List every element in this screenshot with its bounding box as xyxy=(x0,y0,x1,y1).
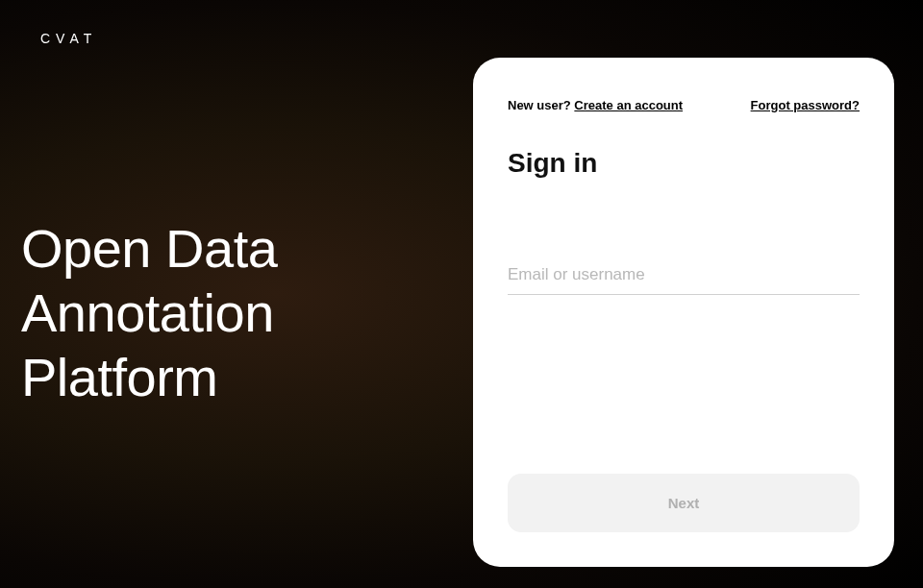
logo: CVAT xyxy=(40,31,97,46)
tagline: Open Data Annotation Platform xyxy=(21,216,277,410)
forgot-password-link[interactable]: Forgot password? xyxy=(751,98,860,112)
new-user-text: New user? xyxy=(508,98,574,112)
email-input[interactable] xyxy=(508,256,860,295)
signin-card: New user? Create an account Forgot passw… xyxy=(473,58,894,567)
tagline-line-1: Open Data xyxy=(21,216,277,281)
spacer xyxy=(508,295,860,474)
tagline-line-2: Annotation xyxy=(21,281,277,345)
new-user-section: New user? Create an account xyxy=(508,96,683,113)
tagline-line-3: Platform xyxy=(21,345,277,409)
card-header: New user? Create an account Forgot passw… xyxy=(508,96,860,113)
next-button[interactable]: Next xyxy=(508,474,860,532)
create-account-link[interactable]: Create an account xyxy=(574,98,683,112)
signin-title: Sign in xyxy=(508,148,860,179)
